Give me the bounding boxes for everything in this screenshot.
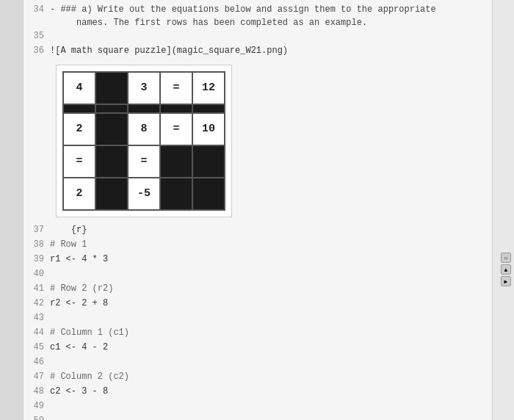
line-num-47: 47 (29, 370, 50, 383)
line-content-37: {r} (50, 223, 486, 236)
content-area: 34 - ### a) Write out the equations belo… (23, 0, 492, 420)
line-36: 36 ![A math square puzzle](magic_square_… (29, 44, 486, 59)
line-43: 43 (29, 311, 486, 326)
line-num-50: 50 (29, 414, 50, 420)
scroll-controls: ○ ▲ ▶ (501, 253, 511, 286)
puzzle-cell-14: 10 (192, 113, 225, 145)
line-44: 44 # Column 1 (c1) (29, 326, 486, 341)
puzzle-grid: 43=1228=10==2-5 (62, 71, 225, 211)
line-content-41: # Row 2 (r2) (50, 282, 486, 295)
left-gutter (0, 0, 23, 420)
line-content-45: c1 <- 4 - 2 (50, 341, 486, 354)
line-num-38: 38 (29, 238, 50, 251)
line-content-39: r1 <- 4 * 3 (50, 253, 486, 266)
puzzle-cell-11 (95, 113, 128, 145)
line-49: 49 (29, 399, 486, 414)
line-34: 34 - ### a) Write out the equations belo… (29, 3, 486, 29)
line-num-37: 37 (29, 223, 50, 236)
puzzle-cell-2: 3 (128, 72, 160, 104)
puzzle-cell-0: 4 (63, 72, 95, 104)
main-container: 34 - ### a) Write out the equations belo… (0, 0, 514, 420)
puzzle-cell-4: 12 (192, 72, 225, 104)
puzzle-cell-21 (95, 178, 128, 210)
puzzle-cell-10: 2 (63, 113, 95, 145)
circle-icon[interactable]: ○ (501, 253, 511, 263)
line-46: 46 (29, 355, 486, 370)
line-42: 42 r2 <- 2 + 8 (29, 297, 486, 311)
puzzle-cell-20: 2 (63, 178, 95, 210)
line-48: 48 c2 <- 3 - 8 (29, 385, 486, 399)
line-content-34: - ### a) Write out the equations below a… (50, 3, 486, 29)
scroll-right-button[interactable]: ▶ (501, 276, 511, 286)
line-num-43: 43 (29, 311, 50, 325)
line-num-41: 41 (29, 282, 50, 295)
line-num-49: 49 (29, 399, 50, 413)
line-num-40: 40 (29, 267, 50, 280)
line-38: 38 # Row 1 (29, 238, 486, 253)
line-content-48: c2 <- 3 - 8 (50, 385, 486, 398)
line-content-40 (50, 267, 486, 280)
right-panel: ○ ▲ ▶ (492, 0, 514, 420)
puzzle-cell-12: 8 (128, 113, 160, 145)
line-37: 37 {r} (29, 223, 486, 238)
puzzle-cell-3: = (160, 72, 192, 104)
line-content-47: # Column 2 (c2) (50, 370, 486, 383)
line-content-49 (50, 399, 486, 413)
code-block: 34 - ### a) Write out the equations belo… (23, 0, 492, 420)
puzzle-cell-23 (160, 178, 192, 210)
puzzle-cell-16 (95, 145, 128, 178)
line-num-45: 45 (29, 341, 50, 354)
puzzle-cell-9 (192, 104, 225, 113)
puzzle-container: 43=1228=10==2-5 (56, 65, 232, 217)
puzzle-cell-8 (160, 104, 192, 113)
line-content-50: ... (50, 414, 486, 420)
puzzle-cell-18 (160, 145, 192, 178)
line-num-35: 35 (29, 29, 50, 43)
scroll-up-button[interactable]: ▲ (501, 264, 511, 275)
line-content-46 (50, 355, 486, 369)
puzzle-cell-6 (95, 104, 128, 113)
puzzle-cell-19 (192, 145, 225, 178)
puzzle-cell-15: = (63, 145, 95, 178)
line-35: 35 (29, 29, 486, 44)
line-content-38: # Row 1 (50, 238, 486, 251)
line-content-44: # Column 1 (c1) (50, 326, 486, 339)
line-45: 45 c1 <- 4 - 2 (29, 341, 486, 355)
line-40: 40 (29, 267, 486, 282)
line-39: 39 r1 <- 4 * 3 (29, 253, 486, 267)
puzzle-cell-7 (128, 104, 160, 113)
puzzle-cell-22: -5 (128, 178, 160, 210)
line-47: 47 # Column 2 (c2) (29, 370, 486, 385)
line-num-44: 44 (29, 326, 50, 339)
puzzle-cell-13: = (160, 113, 192, 145)
line-num-48: 48 (29, 385, 50, 398)
line-num-42: 42 (29, 297, 50, 310)
puzzle-cell-5 (63, 104, 95, 113)
puzzle-cell-1 (95, 72, 128, 104)
puzzle-cell-17: = (128, 145, 160, 178)
line-num-36: 36 (29, 44, 50, 57)
line-content-43 (50, 311, 486, 325)
line-content-36: ![A math square puzzle](magic_square_W21… (50, 44, 486, 57)
line-num-39: 39 (29, 253, 50, 266)
puzzle-cell-24 (192, 178, 225, 210)
line-num-46: 46 (29, 355, 50, 369)
line-50: 50 ... (29, 414, 486, 420)
line-41: 41 # Row 2 (r2) (29, 282, 486, 297)
line-content-42: r2 <- 2 + 8 (50, 297, 486, 310)
line-content-35 (50, 29, 486, 43)
line-num-34: 34 (29, 3, 50, 16)
